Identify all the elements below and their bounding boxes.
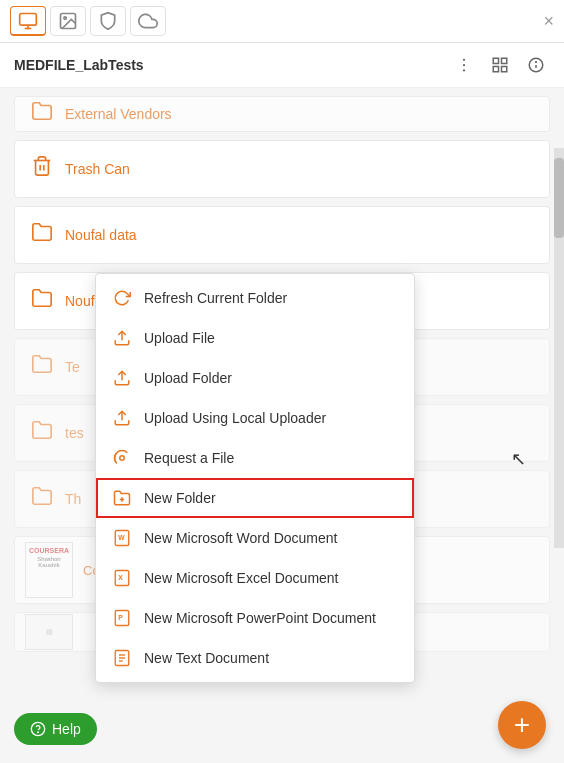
title-bar: MEDFILE_LabTests [0,43,564,88]
context-menu-item-label: Refresh Current Folder [144,290,287,306]
shield-tab[interactable] [90,6,126,36]
more-options-button[interactable] [450,51,478,79]
page-title: MEDFILE_LabTests [14,57,144,73]
folder-name: Th [65,491,81,507]
refresh-icon [112,288,132,308]
monitor-tab[interactable] [10,6,46,36]
new-word-icon: W [112,528,132,548]
svg-text:X: X [118,574,123,581]
upload-file-icon [112,328,132,348]
svg-point-5 [463,59,465,61]
help-icon [30,721,46,737]
list-item[interactable]: Trash Can [14,140,550,198]
request-file-icon [112,448,132,468]
folder-name: External Vendors [65,106,172,122]
svg-point-7 [463,69,465,71]
list-item[interactable]: External Vendors [14,96,550,132]
svg-rect-0 [20,13,37,25]
top-bar: × [0,0,564,43]
context-menu-item-label: Upload Using Local Uploader [144,410,326,426]
close-button[interactable]: × [543,12,554,30]
folder-icon [31,485,53,513]
help-label: Help [52,721,81,737]
folder-name: Trash Can [65,161,130,177]
context-menu-item-label: New Microsoft Excel Document [144,570,339,586]
svg-text:W: W [118,534,125,541]
info-button[interactable] [522,51,550,79]
context-menu-item-label: Upload Folder [144,370,232,386]
upload-local-icon [112,408,132,428]
title-actions [450,51,550,79]
cloud-tab[interactable] [130,6,166,36]
context-menu-item-label: Request a File [144,450,234,466]
svg-point-4 [64,17,67,19]
context-menu-item-label: New Folder [144,490,216,506]
svg-text:P: P [118,614,123,621]
folder-icon [31,419,53,447]
context-menu-new-excel[interactable]: X New Microsoft Excel Document [96,558,414,598]
svg-point-6 [463,64,465,66]
new-excel-icon: X [112,568,132,588]
list-item[interactable]: Noufal data [14,206,550,264]
folder-icon [31,287,53,315]
context-menu-item-label: New Microsoft Word Document [144,530,337,546]
folder-icon [31,221,53,249]
folder-icon [31,353,53,381]
doc-thumbnail: COURSERA Shwthori Kaushik [25,542,73,598]
content-area: External Vendors Trash Can Noufal data N… [0,88,564,755]
image-tab[interactable] [50,6,86,36]
scrollbar-track[interactable] [554,148,564,548]
context-menu-refresh[interactable]: Refresh Current Folder [96,278,414,318]
new-ppt-icon: P [112,608,132,628]
scrollbar-thumb[interactable] [554,158,564,238]
fab-label: + [514,709,530,741]
fab-button[interactable]: + [498,701,546,749]
svg-point-20 [120,456,125,461]
grid-view-button[interactable] [486,51,514,79]
context-menu: Refresh Current Folder Upload File [95,273,415,683]
svg-rect-11 [502,67,507,72]
doc-thumbnail: ▤ [25,614,73,650]
context-menu-request-file[interactable]: Request a File [96,438,414,478]
context-menu-new-text[interactable]: New Text Document [96,638,414,678]
folder-icon [31,100,53,128]
context-menu-new-ppt[interactable]: P New Microsoft PowerPoint Document [96,598,414,638]
upload-folder-icon [112,368,132,388]
context-menu-item-label: New Text Document [144,650,269,666]
context-menu-item-label: Upload File [144,330,215,346]
svg-rect-10 [493,67,498,72]
context-menu-new-folder[interactable]: New Folder [96,478,414,518]
context-menu-new-word[interactable]: W New Microsoft Word Document [96,518,414,558]
svg-rect-9 [502,58,507,63]
context-menu-upload-local[interactable]: Upload Using Local Uploader [96,398,414,438]
folder-name: Te [65,359,80,375]
context-menu-upload-file[interactable]: Upload File [96,318,414,358]
trash-icon [31,155,53,183]
context-menu-item-label: New Microsoft PowerPoint Document [144,610,376,626]
context-menu-upload-folder[interactable]: Upload Folder [96,358,414,398]
folder-name: Noufal data [65,227,137,243]
folder-name: tes [65,425,84,441]
svg-rect-8 [493,58,498,63]
new-folder-icon [112,488,132,508]
help-button[interactable]: Help [14,713,97,745]
new-text-icon [112,648,132,668]
